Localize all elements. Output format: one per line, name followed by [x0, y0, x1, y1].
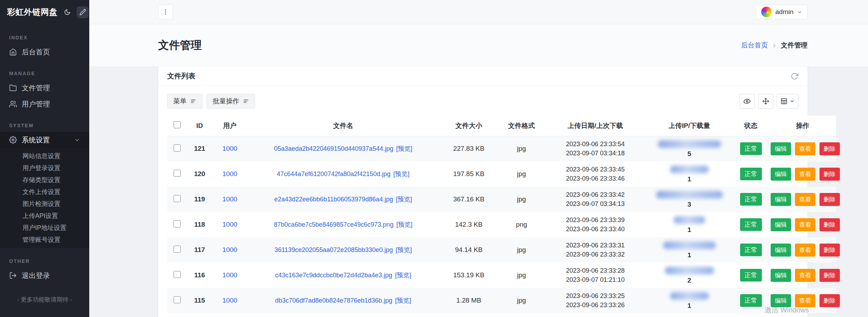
row-checkbox[interactable] [174, 220, 181, 227]
avatar [761, 7, 772, 17]
sidebar-item-users[interactable]: 用户管理 [0, 96, 89, 112]
view-button[interactable]: 查看 [795, 168, 815, 181]
edit-button[interactable]: 编辑 [771, 294, 791, 307]
file-id: 119 [187, 187, 212, 212]
row-checkbox[interactable] [174, 271, 181, 278]
card-header: 文件列表 [158, 66, 808, 86]
table-columns-icon [780, 98, 788, 105]
file-link[interactable]: 05a3aeda2b4220469150d440937a544.jpg [274, 145, 393, 152]
view-button[interactable]: 查看 [795, 294, 815, 307]
refresh-icon[interactable] [791, 72, 798, 80]
ip-downloads: 5 [646, 136, 732, 161]
download-count: 5 [647, 150, 732, 158]
user-link[interactable]: 1000 [222, 170, 237, 177]
sidebar-item-files[interactable]: 文件管理 [0, 80, 89, 96]
preview-link[interactable]: [预览] [396, 221, 413, 228]
row-checkbox[interactable] [174, 144, 181, 151]
edit-button[interactable]: 编辑 [771, 168, 791, 181]
sidebar-subitem[interactable]: 文件上传设置 [0, 186, 89, 198]
more-menu-button[interactable] [158, 5, 173, 19]
batch-button-label: 批量操作 [213, 97, 239, 106]
preview-link[interactable]: [预览] [396, 246, 412, 253]
row-checkbox[interactable] [174, 246, 181, 253]
user-link[interactable]: 1000 [222, 221, 237, 228]
sidebar-subitem[interactable]: 图片检测设置 [0, 198, 89, 210]
delete-button[interactable]: 删除 [820, 168, 840, 181]
table-row: 121 1000 05a3aeda2b4220469150d440937a544… [167, 136, 836, 161]
settings-submenu: 网站信息设置 用户登录设置 存储类型设置 文件上传设置 图片检测设置 上传API… [0, 148, 89, 248]
file-dates: 2023-09-06 23:33:31 2023-09-06 23:33:32 [544, 237, 646, 263]
section-label-system: SYSTEM [0, 112, 89, 132]
theme-toggle-button[interactable] [61, 6, 73, 18]
sidebar-item-label: 后台首页 [22, 47, 50, 57]
redacted-ip [658, 140, 721, 148]
preview-link[interactable]: [预览] [395, 272, 411, 279]
topbar: admin [89, 0, 868, 24]
sidebar-subitem[interactable]: 网站信息设置 [0, 150, 89, 162]
home-icon [9, 48, 17, 56]
sidebar-subitem[interactable]: 管理账号设置 [0, 234, 89, 246]
sidebar-item-label: 用户管理 [22, 99, 50, 109]
sidebar-subitem[interactable]: 上传API设置 [0, 210, 89, 222]
file-table: ID 用户 文件名 文件大小 文件格式 上传日期/上次下载 上传IP/下载量 状… [167, 116, 836, 313]
preview-link[interactable]: [预览] [395, 297, 411, 304]
sidebar-subitem[interactable]: 用户登录设置 [0, 162, 89, 174]
sidebar-nav: INDEX 后台首页 MANAGE 文件管理 用户管理 SYSTEM 系统设置 … [0, 24, 89, 304]
status-badge: 正常 [740, 142, 762, 155]
delete-button[interactable]: 删除 [820, 269, 840, 282]
row-checkbox[interactable] [174, 195, 181, 202]
fullscreen-button[interactable] [758, 94, 773, 109]
section-label-manage: MANAGE [0, 60, 89, 80]
header-format: 文件格式 [499, 116, 544, 136]
row-checkbox[interactable] [174, 170, 181, 177]
user-menu[interactable]: admin [756, 5, 808, 19]
sidebar-item-settings[interactable]: 系统设置 [0, 132, 89, 148]
chevron-down-icon [797, 9, 802, 15]
delete-button[interactable]: 删除 [820, 244, 840, 257]
user-link[interactable]: 1000 [222, 297, 237, 304]
file-link[interactable]: c43c163e7c9ddccbc0be72d4d2ba4e3.jpg [275, 272, 392, 279]
edit-button[interactable]: 编辑 [771, 193, 791, 206]
view-button[interactable]: 查看 [795, 193, 815, 206]
sidebar-item-logout[interactable]: 退出登录 [0, 267, 89, 284]
columns-button[interactable] [777, 94, 798, 109]
file-link[interactable]: 87b0ca6be7c5be8469857ce49c6c973.png [274, 221, 393, 228]
file-link[interactable]: 361139ce202055aa072e2085bb330e0.jpg [274, 246, 393, 253]
view-button[interactable]: 查看 [795, 218, 815, 231]
edit-button[interactable]: 编辑 [771, 218, 791, 231]
edit-button[interactable]: 编辑 [771, 269, 791, 282]
batch-actions-button[interactable]: 批量操作 [207, 94, 255, 109]
delete-button[interactable]: 删除 [820, 142, 840, 155]
delete-button[interactable]: 删除 [820, 294, 840, 307]
file-link[interactable]: e2a43d22ee6bb6b11b06053979d86a4.jpg [274, 196, 393, 203]
theme-edit-button[interactable] [77, 6, 89, 18]
edit-button[interactable]: 编辑 [771, 142, 791, 155]
preview-link[interactable]: [预览] [396, 196, 412, 203]
sidebar-subitem[interactable]: 存储类型设置 [0, 174, 89, 186]
view-button[interactable]: 查看 [795, 244, 815, 257]
view-button[interactable]: 查看 [795, 142, 815, 155]
select-all-checkbox[interactable] [174, 121, 181, 128]
file-link[interactable]: db3c706df7ad8e0b824e7876eb1d36b.jpg [275, 297, 392, 304]
sidebar-item-home[interactable]: 后台首页 [0, 44, 89, 60]
file-link[interactable]: 47c644a7ef61200742fa80a2f42150d.jpg [277, 170, 390, 177]
delete-button[interactable]: 删除 [820, 193, 840, 206]
delete-button[interactable]: 删除 [820, 218, 840, 231]
breadcrumb-home-link[interactable]: 后台首页 [741, 41, 768, 50]
view-button[interactable]: 查看 [795, 269, 815, 282]
preview-link[interactable]: [预览] [396, 145, 412, 152]
menu-button[interactable]: 菜单 [167, 94, 202, 109]
breadcrumb-current: 文件管理 [781, 41, 808, 50]
user-link[interactable]: 1000 [222, 195, 237, 203]
gear-icon [9, 136, 17, 144]
user-link[interactable]: 1000 [222, 145, 237, 152]
file-size: 367.16 KB [439, 187, 499, 212]
user-link[interactable]: 1000 [222, 246, 237, 253]
row-checkbox[interactable] [174, 296, 181, 303]
preview-link[interactable]: [预览] [393, 170, 409, 177]
sidebar-subitem[interactable]: 用户IP地址设置 [0, 222, 89, 234]
display-toggle-button[interactable] [739, 94, 755, 109]
last-download-date: 2023-09-06 23:33:46 [545, 174, 646, 183]
user-link[interactable]: 1000 [222, 271, 237, 279]
edit-button[interactable]: 编辑 [771, 244, 791, 257]
